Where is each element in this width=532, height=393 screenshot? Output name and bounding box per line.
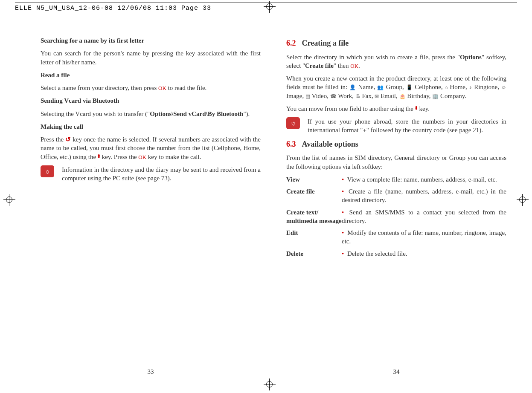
ok-key-icon: OK	[138, 154, 146, 160]
ok-key-icon: OK	[158, 85, 166, 91]
page-number-left: 33	[41, 367, 261, 376]
bullet-icon: •	[342, 188, 344, 195]
birthday-icon: 🎂	[399, 93, 406, 99]
options-list: View• View a complete file: name, number…	[286, 175, 506, 258]
para-vcard: Selecting the Vcard you wish to transfer…	[41, 110, 261, 118]
page-right: 6.2Creating a file Select the directory …	[286, 36, 506, 376]
option-desc: • Create a file (name, numbers, address,…	[342, 187, 506, 205]
fax-icon: 🖶	[355, 93, 360, 99]
heading-read: Read a file	[41, 71, 261, 79]
registration-mark-right	[517, 194, 529, 206]
registration-mark-left	[3, 194, 15, 206]
ringtone-icon: ♪	[469, 84, 472, 90]
heading-call: Making the call	[41, 122, 261, 131]
bullet-icon: •	[342, 209, 344, 216]
call-key-icon: ↺	[65, 136, 71, 143]
cellphone-icon: 📱	[406, 84, 413, 90]
option-term: Create text/ multimedia message	[286, 208, 342, 225]
option-desc: • Delete the selected file.	[342, 249, 506, 258]
para-read: Select a name from your directory, then …	[41, 84, 261, 92]
page-left: Searching for a name by its first letter…	[41, 36, 261, 376]
image-icon: ☺	[501, 84, 506, 90]
para-create-3: You can move from one field to another u…	[286, 104, 506, 113]
registration-mark-top	[264, 1, 276, 13]
option-desc: • Send an SMS/MMS to a contact you selec…	[342, 208, 506, 225]
option-row: Edit• Modify the contents of a file: nam…	[286, 228, 506, 246]
option-desc: • View a complete file: name, numbers, a…	[342, 175, 506, 184]
company-icon: 🏢	[432, 93, 439, 99]
section-6-3: 6.3Available options	[286, 139, 506, 150]
tip-text: Information in the directory and the dia…	[62, 165, 261, 183]
para-call: Press the ↺ key once the name is selecte…	[41, 135, 261, 161]
email-icon: ✉	[375, 93, 379, 99]
para-create-2: When you create a new contact in the pro…	[286, 74, 506, 100]
name-icon: 👤	[349, 84, 356, 90]
tip-text: If you use your phone abroad, store the …	[308, 117, 506, 135]
bullet-icon: •	[342, 176, 344, 183]
para-options: From the list of names in SIM directory,…	[286, 153, 506, 171]
home-icon: ⌂	[445, 84, 448, 90]
option-term: Edit	[286, 228, 342, 246]
lightbulb-icon: ☼	[286, 117, 300, 129]
option-desc: • Modify the contents of a file: name, n…	[342, 228, 506, 246]
option-row: View• View a complete file: name, number…	[286, 175, 506, 184]
heading-vcard: Sending Vcard via Bluetooth	[41, 96, 261, 105]
option-term: View	[286, 175, 342, 184]
page-number-right: 34	[286, 367, 506, 376]
option-row: Create file• Create a file (name, number…	[286, 187, 506, 205]
work-icon: ☎	[330, 93, 337, 99]
video-icon: ▤	[305, 93, 310, 99]
group-icon: 👥	[377, 84, 384, 90]
tip-box: ☼ If you use your phone abroad, store th…	[286, 117, 506, 135]
option-term: Delete	[286, 249, 342, 258]
para-create-1: Select the directory in which you wish t…	[286, 53, 506, 70]
option-row: Delete• Delete the selected file.	[286, 249, 506, 258]
ok-key-icon: OK	[350, 63, 358, 69]
heading-search: Searching for a name by its first letter	[41, 36, 261, 45]
para-search: You can search for the person's name by …	[41, 49, 261, 66]
section-6-2: 6.2Creating a file	[286, 38, 506, 49]
bullet-icon: •	[342, 229, 344, 236]
bullet-icon: •	[342, 250, 344, 257]
lightbulb-icon: ☼	[41, 165, 54, 177]
tip-box: ☼ Information in the directory and the d…	[41, 165, 261, 183]
option-term: Create file	[286, 187, 342, 205]
registration-mark-bottom	[264, 379, 276, 390]
option-row: Create text/ multimedia message• Send an…	[286, 208, 506, 225]
